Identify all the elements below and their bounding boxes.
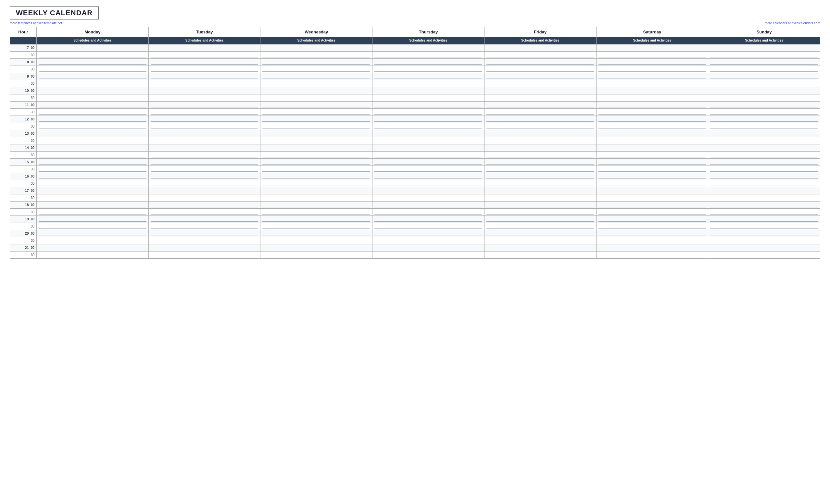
schedule-cell[interactable] [373, 108, 484, 115]
schedule-cell[interactable] [149, 137, 260, 144]
schedule-cell[interactable] [596, 108, 708, 115]
schedule-cell[interactable] [149, 80, 260, 87]
schedule-cell[interactable] [260, 158, 373, 166]
schedule-cell[interactable] [37, 201, 149, 208]
schedule-cell[interactable] [260, 80, 373, 87]
schedule-cell[interactable] [149, 194, 260, 201]
schedule-cell[interactable] [37, 237, 149, 244]
calendars-link[interactable]: more calendars at excelcalendars.com [765, 22, 820, 25]
schedule-cell[interactable] [708, 215, 820, 223]
schedule-cell[interactable] [373, 158, 484, 166]
schedule-cell[interactable] [596, 123, 708, 130]
schedule-cell[interactable] [260, 173, 373, 180]
schedule-cell[interactable] [596, 173, 708, 180]
schedule-cell[interactable] [708, 166, 820, 173]
schedule-cell[interactable] [708, 94, 820, 101]
schedule-cell[interactable] [596, 251, 708, 258]
schedule-cell[interactable] [708, 66, 820, 73]
schedule-cell[interactable] [373, 94, 484, 101]
schedule-cell[interactable] [596, 66, 708, 73]
schedule-cell[interactable] [37, 44, 149, 51]
schedule-cell[interactable] [596, 80, 708, 87]
schedule-cell[interactable] [260, 244, 373, 251]
schedule-cell[interactable] [373, 151, 484, 158]
schedule-cell[interactable] [373, 73, 484, 80]
schedule-cell[interactable] [260, 101, 373, 108]
schedule-cell[interactable] [260, 137, 373, 144]
schedule-cell[interactable] [373, 130, 484, 137]
schedule-cell[interactable] [484, 73, 596, 80]
schedule-cell[interactable] [484, 251, 596, 258]
schedule-cell[interactable] [149, 73, 260, 80]
schedule-cell[interactable] [149, 101, 260, 108]
schedule-cell[interactable] [708, 180, 820, 187]
schedule-cell[interactable] [149, 215, 260, 223]
schedule-cell[interactable] [596, 215, 708, 223]
schedule-cell[interactable] [260, 230, 373, 237]
schedule-cell[interactable] [37, 73, 149, 80]
schedule-cell[interactable] [708, 244, 820, 251]
schedule-cell[interactable] [260, 144, 373, 151]
schedule-cell[interactable] [37, 130, 149, 137]
schedule-cell[interactable] [373, 215, 484, 223]
schedule-cell[interactable] [708, 73, 820, 80]
schedule-cell[interactable] [708, 201, 820, 208]
schedule-cell[interactable] [37, 244, 149, 251]
schedule-cell[interactable] [37, 230, 149, 237]
schedule-cell[interactable] [596, 208, 708, 215]
schedule-cell[interactable] [260, 94, 373, 101]
schedule-cell[interactable] [708, 237, 820, 244]
schedule-cell[interactable] [708, 115, 820, 123]
schedule-cell[interactable] [596, 166, 708, 173]
schedule-cell[interactable] [373, 44, 484, 51]
schedule-cell[interactable] [260, 151, 373, 158]
schedule-cell[interactable] [373, 51, 484, 59]
schedule-cell[interactable] [373, 115, 484, 123]
schedule-cell[interactable] [484, 80, 596, 87]
schedule-cell[interactable] [596, 87, 708, 94]
schedule-cell[interactable] [596, 230, 708, 237]
schedule-cell[interactable] [149, 244, 260, 251]
schedule-cell[interactable] [484, 223, 596, 230]
schedule-cell[interactable] [596, 59, 708, 66]
schedule-cell[interactable] [149, 230, 260, 237]
schedule-cell[interactable] [373, 223, 484, 230]
schedule-cell[interactable] [484, 123, 596, 130]
schedule-cell[interactable] [260, 223, 373, 230]
schedule-cell[interactable] [708, 59, 820, 66]
schedule-cell[interactable] [708, 108, 820, 115]
schedule-cell[interactable] [260, 51, 373, 59]
schedule-cell[interactable] [484, 44, 596, 51]
schedule-cell[interactable] [260, 73, 373, 80]
schedule-cell[interactable] [484, 208, 596, 215]
schedule-cell[interactable] [708, 230, 820, 237]
schedule-cell[interactable] [708, 87, 820, 94]
schedule-cell[interactable] [37, 187, 149, 194]
schedule-cell[interactable] [373, 230, 484, 237]
schedule-cell[interactable] [37, 101, 149, 108]
schedule-cell[interactable] [484, 187, 596, 194]
schedule-cell[interactable] [596, 115, 708, 123]
schedule-cell[interactable] [373, 201, 484, 208]
schedule-cell[interactable] [484, 237, 596, 244]
schedule-cell[interactable] [149, 59, 260, 66]
schedule-cell[interactable] [149, 144, 260, 151]
schedule-cell[interactable] [373, 123, 484, 130]
schedule-cell[interactable] [484, 173, 596, 180]
schedule-cell[interactable] [260, 215, 373, 223]
schedule-cell[interactable] [373, 66, 484, 73]
schedule-cell[interactable] [37, 223, 149, 230]
schedule-cell[interactable] [708, 130, 820, 137]
schedule-cell[interactable] [708, 194, 820, 201]
schedule-cell[interactable] [708, 51, 820, 59]
schedule-cell[interactable] [484, 51, 596, 59]
schedule-cell[interactable] [260, 108, 373, 115]
schedule-cell[interactable] [596, 130, 708, 137]
schedule-cell[interactable] [149, 108, 260, 115]
schedule-cell[interactable] [37, 108, 149, 115]
schedule-cell[interactable] [260, 59, 373, 66]
schedule-cell[interactable] [260, 237, 373, 244]
schedule-cell[interactable] [708, 223, 820, 230]
schedule-cell[interactable] [484, 59, 596, 66]
schedule-cell[interactable] [260, 194, 373, 201]
